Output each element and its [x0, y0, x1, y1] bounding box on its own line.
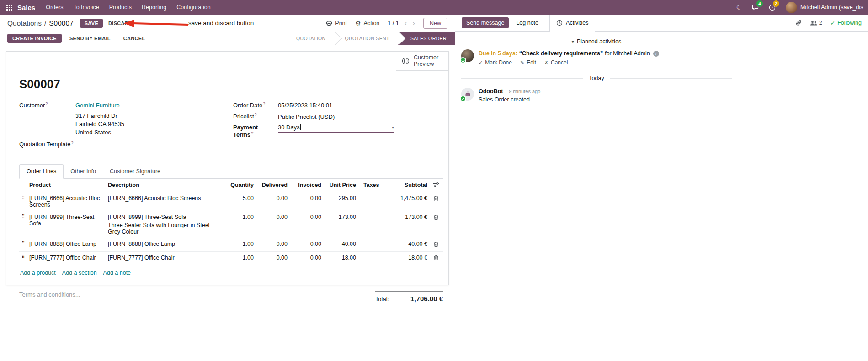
menu-reporting[interactable]: Reporting [137, 0, 171, 15]
header-quantity[interactable]: Quantity [222, 179, 256, 192]
order-line-row[interactable]: ⠿ [FURN_8888] Office Lamp [FURN_8888] Of… [19, 238, 443, 251]
following-button[interactable]: ✓ Following [831, 20, 862, 27]
tab-order-lines[interactable]: Order Lines [19, 164, 64, 179]
breadcrumb-quotations[interactable]: Quotations [7, 19, 42, 27]
help-icon[interactable]: ? [251, 131, 254, 135]
help-icon[interactable]: ? [71, 140, 74, 145]
payment-terms-field[interactable]: 30 Days ▾ [278, 124, 394, 133]
delete-line-icon[interactable] [433, 255, 439, 261]
header-invoiced[interactable]: Invoiced [289, 179, 323, 192]
line-delivered[interactable]: 0.00 [256, 251, 289, 265]
line-taxes[interactable] [358, 238, 387, 251]
dropdown-caret-icon[interactable]: ▾ [392, 125, 394, 130]
pager-previous-icon[interactable]: ‹ [405, 19, 407, 27]
cancel-activity-button[interactable]: ✗Cancel [544, 59, 568, 66]
terms-and-conditions-field[interactable]: Terms and conditions... [19, 291, 80, 298]
delete-line-icon[interactable] [433, 195, 439, 202]
dark-mode-moon-icon[interactable]: ☾ [733, 0, 746, 15]
activities-tab[interactable]: Activities [549, 15, 595, 32]
delete-line-icon[interactable] [433, 241, 439, 248]
line-delivered[interactable]: 0.00 [256, 192, 289, 211]
tab-customer-signature[interactable]: Customer Signature [103, 164, 167, 179]
help-icon[interactable]: ? [255, 112, 257, 117]
header-delivered[interactable]: Delivered [256, 179, 289, 192]
customer-preview-button[interactable]: Customer Preview [396, 52, 448, 71]
header-taxes[interactable]: Taxes [358, 179, 387, 192]
order-line-row[interactable]: ⠿ [FURN_6666] Acoustic Bloc Screens [FUR… [19, 192, 443, 211]
order-line-row[interactable]: ⠿ [FURN_7777] Office Chair [FURN_7777] O… [19, 251, 443, 265]
action-button[interactable]: ⚙ Action [355, 20, 379, 27]
print-button[interactable]: Print [326, 20, 347, 27]
order-date-field[interactable]: 05/25/2023 15:40:01 [278, 102, 332, 109]
add-note-link[interactable]: Add a note [103, 270, 131, 276]
state-quotation-sent[interactable]: QUOTATION SENT [335, 32, 399, 45]
line-quantity[interactable]: 5.00 [222, 192, 256, 211]
menu-configuration[interactable]: Configuration [171, 0, 215, 15]
odoobot-avatar[interactable] [461, 88, 474, 101]
line-unit-price[interactable]: 295.00 [323, 192, 358, 211]
menu-products[interactable]: Products [104, 0, 137, 15]
line-taxes[interactable] [358, 192, 387, 211]
line-product[interactable]: [FURN_7777] Office Chair [27, 251, 106, 265]
line-taxes[interactable] [358, 251, 387, 265]
info-icon[interactable]: i [653, 51, 659, 57]
line-product[interactable]: [FURN_8999] Three-Seat Sofa [27, 211, 106, 238]
log-note-button[interactable]: Log note [516, 20, 538, 26]
menu-to-invoice[interactable]: To Invoice [68, 0, 104, 15]
mark-done-button[interactable]: ✓Mark Done [479, 59, 512, 66]
line-description[interactable]: [FURN_6666] Acoustic Bloc Screens [106, 192, 222, 211]
drag-handle-icon[interactable]: ⠿ [19, 211, 27, 238]
send-by-email-button[interactable]: SEND BY EMAIL [64, 34, 116, 43]
line-invoiced[interactable]: 0.00 [289, 192, 323, 211]
line-delivered[interactable]: 0.00 [256, 211, 289, 238]
line-product[interactable]: [FURN_6666] Acoustic Bloc Screens [27, 192, 106, 211]
order-line-row[interactable]: ⠿ [FURN_8999] Three-Seat Sofa [FURN_8999… [19, 211, 443, 238]
header-product[interactable]: Product [27, 179, 106, 192]
drag-handle-icon[interactable]: ⠿ [19, 192, 27, 211]
add-product-link[interactable]: Add a product [20, 270, 56, 276]
header-unit-price[interactable]: Unit Price [323, 179, 358, 192]
tab-other-info[interactable]: Other Info [64, 164, 103, 179]
send-message-button[interactable]: Send message [462, 17, 509, 28]
pricelist-field[interactable]: Public Pricelist (USD) [278, 113, 335, 120]
messages-icon[interactable]: 4 [749, 0, 762, 15]
state-sales-order[interactable]: SALES ORDER [398, 32, 455, 45]
new-button[interactable]: New [423, 18, 447, 29]
activity-avatar[interactable] [461, 49, 474, 62]
line-description[interactable]: [FURN_8888] Office Lamp [106, 238, 222, 251]
header-subtotal[interactable]: Subtotal [387, 179, 429, 192]
planned-activities-toggle[interactable]: ▾Planned activities [461, 32, 732, 49]
line-unit-price[interactable]: 173.00 [323, 211, 358, 238]
line-quantity[interactable]: 1.00 [222, 238, 256, 251]
user-menu[interactable]: Mitchell Admin (save_discar [782, 2, 863, 13]
line-taxes[interactable] [358, 211, 387, 238]
followers-button[interactable]: 2 [810, 20, 822, 26]
attachments-paperclip-icon[interactable] [796, 20, 802, 26]
menu-orders[interactable]: Orders [41, 0, 68, 15]
add-section-link[interactable]: Add a section [62, 270, 97, 276]
drag-handle-icon[interactable]: ⠿ [19, 251, 27, 265]
activities-clock-icon[interactable]: 2 [766, 0, 778, 15]
message-author[interactable]: OdooBot [479, 88, 503, 95]
drag-handle-icon[interactable]: ⠿ [19, 238, 27, 251]
line-invoiced[interactable]: 0.00 [289, 251, 323, 265]
line-product[interactable]: [FURN_8888] Office Lamp [27, 238, 106, 251]
discard-button[interactable]: DISCARD [105, 19, 136, 28]
save-button[interactable]: SAVE [80, 19, 103, 28]
line-unit-price[interactable]: 18.00 [323, 251, 358, 265]
help-icon[interactable]: ? [45, 101, 48, 106]
customer-link[interactable]: Gemini Furniture [75, 102, 120, 109]
help-icon[interactable]: ? [263, 101, 265, 106]
create-invoice-button[interactable]: CREATE INVOICE [7, 34, 62, 43]
line-description[interactable]: [FURN_8999] Three-Seat SofaThree Seater … [106, 211, 222, 238]
line-description[interactable]: [FURN_7777] Office Chair [106, 251, 222, 265]
delete-line-icon[interactable] [433, 214, 439, 221]
cancel-button[interactable]: CANCEL [118, 34, 150, 43]
line-unit-price[interactable]: 40.00 [323, 238, 358, 251]
line-invoiced[interactable]: 0.00 [289, 238, 323, 251]
line-quantity[interactable]: 1.00 [222, 251, 256, 265]
state-quotation[interactable]: QUOTATION [287, 32, 335, 45]
line-quantity[interactable]: 1.00 [222, 211, 256, 238]
header-description[interactable]: Description [106, 179, 222, 192]
line-invoiced[interactable]: 0.00 [289, 211, 323, 238]
